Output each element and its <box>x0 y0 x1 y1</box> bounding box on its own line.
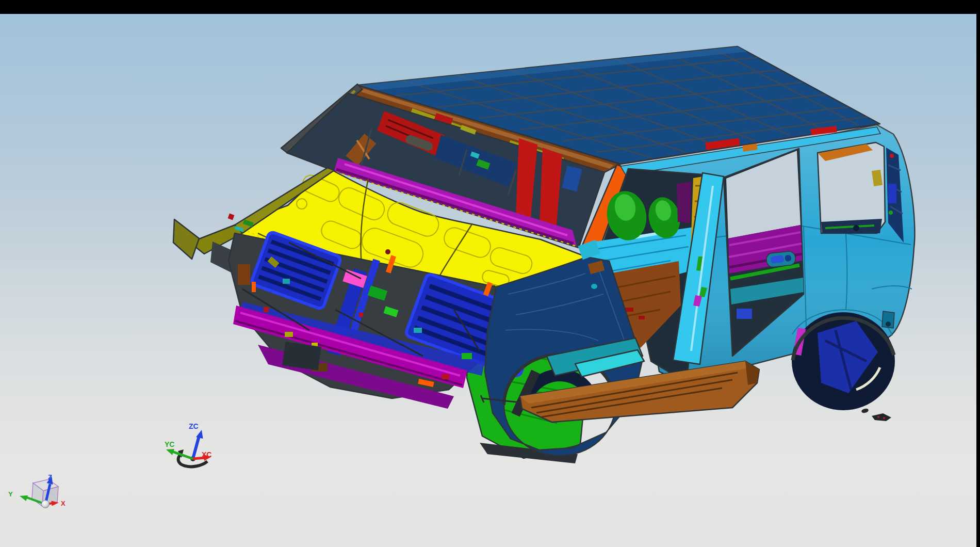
top-black-bar <box>0 0 980 14</box>
hood-latch-dot <box>385 249 390 254</box>
rear-wheel-arch[interactable] <box>792 312 895 410</box>
right-black-bar <box>976 0 980 547</box>
door-inner-purple-panel <box>677 182 691 223</box>
loose-fragment-parts[interactable] <box>861 408 891 421</box>
fender-leading-piece[interactable] <box>173 219 199 259</box>
datum-z-label: Z <box>48 473 52 481</box>
wcs-yc-label[interactable]: YC <box>165 440 174 448</box>
car-model[interactable] <box>173 46 914 463</box>
rear-notch-hole <box>886 321 891 327</box>
wcs-xc-label[interactable]: XC <box>202 451 211 459</box>
datum-csys[interactable]: Z Y X <box>8 473 66 508</box>
wcs-zc-label[interactable]: ZC <box>189 422 199 430</box>
scene-canvas: ZC YC XC Z Y <box>0 14 976 547</box>
quarter-window-opening[interactable] <box>818 142 885 233</box>
wcs-triad[interactable]: ZC YC XC <box>165 422 211 466</box>
datum-origin-sphere[interactable] <box>42 501 50 508</box>
door-handle-recess[interactable] <box>766 251 796 268</box>
fender-hole <box>591 284 597 289</box>
datum-y-label: Y <box>8 490 13 498</box>
3d-graphics-viewport[interactable]: ZC YC XC Z Y <box>0 14 976 547</box>
datum-x-label: X <box>61 500 66 507</box>
cad-application-window: ZC YC XC Z Y <box>0 0 980 547</box>
